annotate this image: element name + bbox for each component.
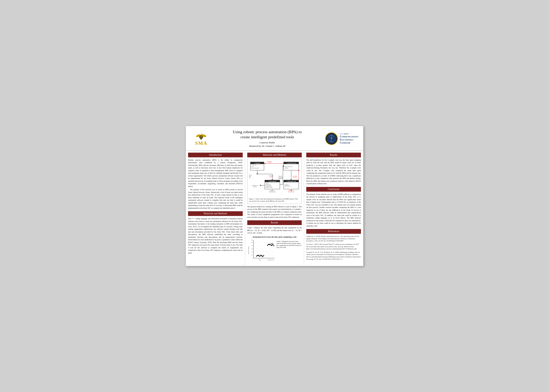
svg-text:Human User: Human User bbox=[268, 259, 274, 260]
svg-text:Ready for: Ready for bbox=[279, 176, 283, 177]
svg-text:ment: ment bbox=[249, 177, 251, 178]
author-name: Cameron Hobbs bbox=[260, 141, 275, 144]
conclusion-text: The purpose of the research was to creat… bbox=[306, 193, 361, 227]
svg-text:20: 20 bbox=[252, 254, 253, 256]
svg-text:Implementation: Implementation bbox=[269, 191, 276, 192]
results-header-col2: Results bbox=[247, 220, 302, 225]
svg-point-102 bbox=[267, 245, 268, 246]
intro-p1: Robotic process automation (RPA) is the … bbox=[188, 159, 243, 188]
mentor-name: Mentored by Dr. Claude L. Jenkins III bbox=[249, 145, 285, 147]
svg-point-106 bbox=[270, 244, 271, 245]
intro-header: Introduction bbox=[188, 153, 243, 157]
svg-text:requirements: requirements bbox=[265, 184, 271, 185]
svg-rect-9 bbox=[201, 136, 202, 138]
svg-text:• Vision of a: • Vision of a bbox=[251, 164, 256, 166]
chart-svg-wrap: Time (seconds) 0 20 40 60 80 bbox=[247, 239, 275, 263]
poster-body: Introduction Robotic process automation … bbox=[186, 151, 363, 266]
sma-m: M bbox=[198, 140, 203, 146]
svg-text:Rework: Rework bbox=[253, 186, 257, 187]
svg-text:and Maint.: and Maint. bbox=[278, 178, 283, 179]
ref2-text: Le Clair, C. (2017). The Forrester Wave™… bbox=[306, 243, 361, 250]
conclusion-header: Conclusion bbox=[306, 187, 361, 192]
svg-text:• Monitor: • Monitor bbox=[284, 168, 288, 168]
fig-caption: Figure 1: A flow chart describing the de… bbox=[249, 198, 300, 202]
svg-point-99 bbox=[262, 255, 262, 256]
chart-area: Time (seconds) 0 20 40 60 80 bbox=[247, 239, 302, 263]
svg-text:0: 0 bbox=[252, 258, 253, 259]
sma-logo: SMA bbox=[190, 131, 212, 146]
svg-point-104 bbox=[268, 244, 269, 245]
reference-1: Anagnoste, S. (2018). Robotic automation… bbox=[306, 235, 361, 242]
svg-point-107 bbox=[271, 245, 272, 246]
svg-point-109 bbox=[273, 244, 273, 245]
svg-text:100: 100 bbox=[251, 242, 253, 243]
chart-container: Automation level versus the time spent c… bbox=[247, 236, 302, 263]
svg-point-97 bbox=[260, 255, 261, 256]
svg-point-3 bbox=[201, 133, 202, 134]
svg-text:RPA: RPA bbox=[259, 259, 261, 260]
army-cmd1: Communications- bbox=[340, 135, 359, 138]
ref3-text: Leopold, H., Aa, H. V. D., & Reijers, H.… bbox=[306, 251, 361, 260]
svg-point-93 bbox=[257, 255, 258, 256]
intro-text: Robotic process automation (RPA) is the … bbox=[188, 159, 243, 210]
svg-text:Develop-: Develop- bbox=[249, 176, 251, 177]
svg-text:2. Development: 2. Development bbox=[268, 181, 276, 182]
sma-s: S bbox=[195, 140, 198, 146]
title-line1: Using robotic process automation (RPA) t… bbox=[233, 130, 302, 134]
army-seal-icon: CONQUER OTHERS ★ ★ bbox=[325, 132, 338, 145]
svg-point-105 bbox=[269, 244, 270, 245]
conclusion-p1: The purpose of the research was to creat… bbox=[306, 193, 361, 227]
svg-point-111 bbox=[271, 243, 272, 244]
methods-text-col1: The C++ coding language and Automation A… bbox=[188, 217, 243, 254]
svg-text:Improvements: Improvements bbox=[284, 185, 290, 187]
svg-point-100 bbox=[262, 256, 263, 257]
column-2: Materials and Methods 1. Initiation • Vi… bbox=[245, 151, 304, 266]
methods-p1-col1: The C++ coding language and Automation A… bbox=[188, 217, 243, 254]
results-text-col2: Graph 1 displays the time spent completi… bbox=[247, 226, 302, 234]
svg-rect-8 bbox=[200, 136, 201, 138]
svg-text:60: 60 bbox=[252, 248, 253, 249]
header: SMA Using robotic process automation (RP… bbox=[186, 126, 363, 151]
svg-text:★: ★ bbox=[333, 136, 334, 137]
svg-text:revised automation: revised automation bbox=[251, 168, 259, 168]
chart-legend: Graph 1: Individual value plot of time s… bbox=[276, 239, 302, 249]
sma-a: A bbox=[203, 140, 207, 146]
svg-point-110 bbox=[273, 245, 274, 246]
svg-text:Implementation: Implementation bbox=[288, 164, 295, 165]
svg-point-101 bbox=[263, 255, 264, 256]
results-text-col3: The null hypothesis for the 2-sample t-t… bbox=[306, 159, 361, 185]
army-command: Communications- Electronics Command bbox=[340, 135, 359, 144]
svg-text:y Rework: y Rework bbox=[269, 176, 273, 177]
svg-point-103 bbox=[268, 244, 269, 245]
svg-text:3. Deployment and: 3. Deployment and bbox=[286, 162, 296, 164]
poster-title: Using robotic process automation (RPA) t… bbox=[216, 129, 319, 140]
svg-text:Rework: Rework bbox=[293, 177, 296, 178]
army-cmd2: Electronics bbox=[340, 138, 353, 141]
svg-text:• Ongoing: • Ongoing bbox=[284, 184, 289, 185]
svg-text:40: 40 bbox=[252, 251, 253, 252]
svg-point-95 bbox=[259, 255, 260, 256]
flowchart-svg: 1. Initiation • Vision of a new or revis… bbox=[249, 161, 300, 197]
column-1: Introduction Robotic process automation … bbox=[186, 151, 245, 266]
svg-text:1. Initiation: 1. Initiation bbox=[254, 162, 260, 164]
svg-text:Maintenance: Maintenance bbox=[288, 182, 294, 183]
chart-title: Automation level versus the time spent c… bbox=[247, 236, 302, 238]
title-line2: create intelligent predefined tools bbox=[240, 135, 294, 139]
methods-p1-col2: The general method for creating an RPA s… bbox=[247, 205, 302, 219]
svg-text:OTHERS: OTHERS bbox=[330, 141, 333, 142]
svg-point-96 bbox=[259, 256, 260, 257]
svg-text:Operations: Operations bbox=[278, 177, 283, 178]
reference-2: Le Clair, C. (2017). The Forrester Wave™… bbox=[306, 243, 361, 250]
svg-text:• Detail: • Detail bbox=[265, 183, 268, 184]
svg-text:Rework: Rework bbox=[268, 162, 271, 163]
svg-text:proposed system: proposed system bbox=[265, 187, 272, 188]
svg-text:Infeasibility,: Infeasibility, bbox=[267, 161, 272, 162]
svg-text:120: 120 bbox=[251, 239, 253, 241]
army-cmd3: Command bbox=[340, 141, 350, 144]
svg-text:Decommission: Decommission bbox=[288, 191, 294, 192]
svg-text:• Deploy RPA tools: • Deploy RPA tools bbox=[284, 166, 292, 167]
us-army-label: U.S. ARMY bbox=[340, 133, 359, 135]
results-p1-col2: Graph 1 displays the time spent completi… bbox=[247, 226, 302, 234]
svg-text:Time (seconds): Time (seconds) bbox=[248, 246, 249, 254]
svg-text:★: ★ bbox=[329, 136, 330, 137]
